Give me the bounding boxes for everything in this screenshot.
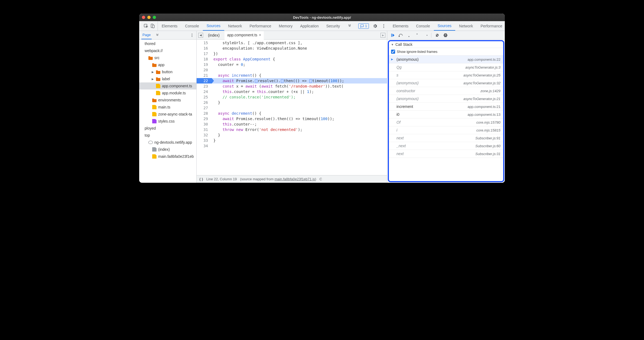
source-line[interactable]: await Promise.resolve().then(() => timeo… (212, 116, 387, 121)
stack-frame[interactable]: Ofcore.mjs:15780 (389, 118, 503, 126)
tree-node[interactable]: ▶label (139, 75, 196, 82)
line-number[interactable]: 33 (197, 138, 209, 143)
show-ignored-checkbox[interactable] (391, 50, 395, 54)
tree-node[interactable]: app.module.ts (139, 89, 196, 97)
pretty-print-icon[interactable]: { } (199, 177, 203, 181)
stack-frame[interactable]: constructorzone.js:1429 (389, 87, 503, 95)
line-number[interactable]: 16 (197, 46, 209, 51)
resume-icon[interactable] (390, 33, 395, 38)
line-number[interactable]: 21 (197, 73, 209, 78)
line-number[interactable]: 20 (197, 67, 209, 73)
pause-exceptions-icon[interactable] (443, 33, 448, 38)
source-line[interactable]: const x = await (await fetch('/random-nu… (212, 84, 387, 89)
source-line[interactable]: async decrement() { (212, 111, 387, 116)
source-line[interactable]: }) (212, 51, 387, 56)
tree-node[interactable]: zone-async-stack-ta (139, 111, 196, 118)
device-toggle-icon[interactable] (150, 24, 155, 28)
source-map-link[interactable]: main.fa8bfa0e23f1eb71.js (275, 177, 315, 181)
tree-node[interactable]: webpack:// (139, 47, 196, 54)
stack-frame[interactable]: i0app.component.ts:13 (389, 111, 503, 118)
editor-tab-app-component[interactable]: app.component.ts × (225, 31, 264, 40)
panel-tab-application[interactable]: Application (296, 21, 323, 31)
tree-node[interactable]: styles.css (139, 118, 196, 125)
line-number[interactable]: 17 (197, 51, 209, 56)
stack-frame[interactable]: _nextSubscriber.js:60 (389, 142, 503, 150)
panel-tab-console[interactable]: Console (412, 21, 434, 31)
tree-node[interactable]: ployed (139, 125, 196, 132)
source-line[interactable]: encapsulation: ViewEncapsulation.None (212, 46, 387, 51)
settings-icon[interactable] (373, 24, 378, 28)
step-icon[interactable] (422, 33, 428, 38)
stack-frame[interactable]: incrementapp.component.ts:21 (389, 103, 503, 111)
panel-tab-memory[interactable]: Memory (275, 21, 297, 31)
file-tree[interactable]: thoredwebpack://srcapp▶button▶labelapp.c… (139, 40, 196, 183)
panel-tab-security[interactable]: Security (323, 21, 344, 31)
tree-node[interactable]: main.ts (139, 104, 196, 111)
stack-frame[interactable]: (anonymous)asyncToGenerator.js:32 (389, 79, 503, 87)
line-number[interactable]: 32 (197, 132, 209, 138)
source-line[interactable]: styleUrls. [ ./app.component.css ], (212, 40, 387, 46)
show-ignored-row[interactable]: Show ignore-listed frames (389, 48, 503, 56)
inspect-element-icon[interactable] (144, 24, 148, 28)
panel-tab-sources[interactable]: Sources (203, 21, 224, 31)
editor-tab-index[interactable]: (index) (205, 31, 222, 39)
run-snippet-icon[interactable]: ▶ (380, 33, 385, 38)
panel-tab-network[interactable]: Network (224, 21, 246, 31)
navigator-tab-page[interactable]: Page (141, 31, 152, 39)
navigator-kebab-icon[interactable] (190, 33, 194, 37)
tree-node[interactable]: main.fa8bfa0e23f1eb (139, 153, 196, 160)
stack-frame[interactable]: (anonymous)app.component.ts:22 (389, 56, 503, 63)
panel-tab-performance[interactable]: Performance (477, 21, 505, 31)
messages-badge[interactable]: 1 (358, 23, 369, 29)
source-line[interactable]: this.counter--; (212, 121, 387, 127)
more-panels-icon[interactable] (344, 21, 356, 31)
line-number[interactable]: 30 (197, 121, 209, 127)
line-number[interactable]: 29 (197, 116, 209, 121)
line-gutter[interactable]: 1516171819202122232425262728293031323334 (197, 40, 212, 175)
stack-frame[interactable]: nextSubscriber.js:31 (389, 150, 503, 158)
source-line[interactable]: this.counter = this.counter + (+x || 1); (212, 89, 387, 94)
line-number[interactable]: 25 (197, 94, 209, 100)
source-line[interactable]: counter = 0; (212, 62, 387, 67)
panel-tab-console[interactable]: Console (181, 21, 203, 31)
tree-node[interactable]: ▶button (139, 68, 196, 75)
editor-history-back-icon[interactable]: ◀ (198, 33, 203, 38)
line-number[interactable]: 23 (197, 84, 209, 89)
line-number[interactable]: 19 (197, 62, 209, 67)
tree-node[interactable]: app (139, 61, 196, 68)
call-stack-header[interactable]: ▼ Call Stack (389, 41, 503, 48)
stack-frame[interactable]: QgasyncToGenerator.js:3 (389, 63, 503, 71)
line-number[interactable]: 24 (197, 89, 209, 94)
line-number[interactable]: 26 (197, 100, 209, 105)
source-line[interactable]: async increment() { (212, 73, 387, 78)
tree-node[interactable]: thored (139, 40, 196, 47)
deactivate-breakpoints-icon[interactable] (435, 33, 440, 38)
stack-frame[interactable]: icore.mjs:15815 (389, 126, 503, 134)
source-line[interactable]: // console.trace('incremented'); (212, 94, 387, 100)
source-line[interactable]: } (212, 138, 387, 143)
line-number[interactable]: 18 (197, 56, 209, 62)
line-number[interactable]: 27 (197, 105, 209, 111)
source-line[interactable] (212, 143, 387, 149)
panel-tab-elements[interactable]: Elements (158, 21, 181, 31)
close-tab-icon[interactable]: × (259, 33, 261, 37)
panel-tab-performance[interactable]: Performance (246, 21, 275, 31)
code-area[interactable]: 1516171819202122232425262728293031323334… (197, 40, 387, 175)
line-number[interactable]: 22 (197, 78, 212, 84)
call-stack-frames[interactable]: (anonymous)app.component.ts:22QgasyncToG… (389, 56, 503, 181)
tree-node[interactable]: app.component.ts (139, 82, 196, 89)
line-number[interactable]: 28 (197, 111, 209, 116)
source-line[interactable]: export class AppComponent { (212, 56, 387, 62)
source-line[interactable]: } (212, 132, 387, 138)
line-number[interactable]: 31 (197, 127, 209, 132)
source-line[interactable] (212, 67, 387, 73)
panel-tab-network[interactable]: Network (455, 21, 477, 31)
step-out-icon[interactable] (414, 33, 420, 38)
step-into-icon[interactable] (406, 33, 412, 38)
source-text[interactable]: styleUrls. [ ./app.component.css ], enca… (212, 40, 387, 175)
panel-tab-sources[interactable]: Sources (434, 21, 455, 31)
line-number[interactable]: 34 (197, 143, 209, 149)
source-line[interactable] (212, 105, 387, 111)
tree-node[interactable]: top (139, 132, 196, 139)
tree-node[interactable]: src (139, 54, 196, 61)
